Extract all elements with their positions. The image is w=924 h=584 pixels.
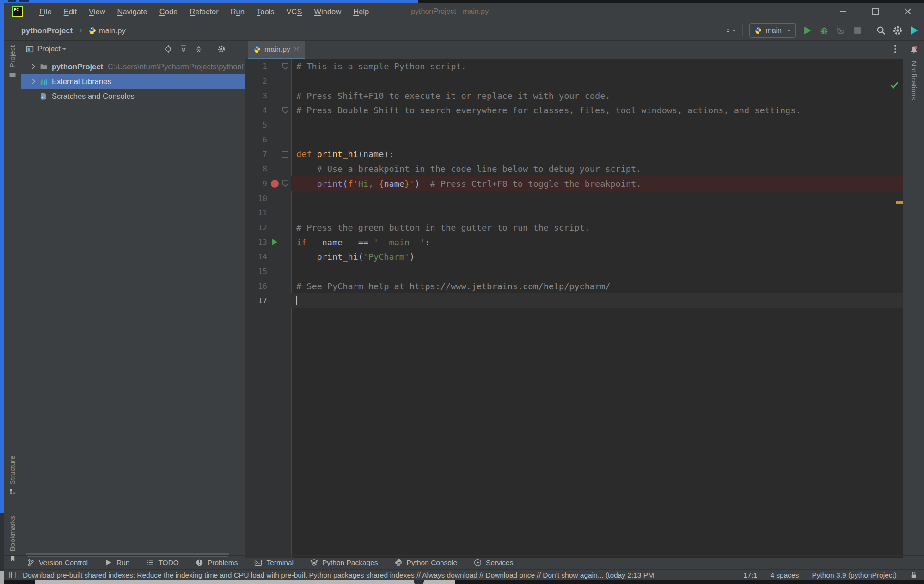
tab-main-py[interactable]: main.py <box>248 41 305 59</box>
line-number[interactable]: 6 <box>245 132 267 147</box>
toolwindow-button-todo[interactable]: TODO <box>146 559 179 567</box>
code-line-17[interactable]: 17 <box>245 293 903 308</box>
readonly-lock-icon[interactable] <box>910 571 918 579</box>
search-everywhere-icon[interactable] <box>876 25 886 36</box>
code-line-12[interactable]: 12# Press the green button in the gutter… <box>245 220 903 235</box>
menu-refactor[interactable]: Refactor <box>184 4 224 19</box>
hide-panel-icon[interactable] <box>233 45 240 53</box>
inspections-ok-icon[interactable] <box>890 80 899 90</box>
menu-run[interactable]: Run <box>225 4 251 19</box>
maximize-button[interactable] <box>859 3 892 20</box>
code-line-16[interactable]: 16# See PyCharm help at https://www.jetb… <box>245 279 903 293</box>
expand-all-icon[interactable] <box>179 45 188 53</box>
code-line-8[interactable]: 8 # Use a breakpoint in the code line be… <box>245 162 903 176</box>
collapse-all-icon[interactable] <box>195 45 203 53</box>
code-line-9[interactable]: 9 print(f'Hi, {name}') # Press Ctrl+F8 t… <box>245 176 903 191</box>
menu-edit[interactable]: Edit <box>58 4 83 19</box>
line-number[interactable]: 10 <box>245 191 267 206</box>
panel-options-gear-icon[interactable] <box>217 45 226 53</box>
menu-window[interactable]: Window <box>308 4 347 19</box>
menu-view[interactable]: View <box>83 4 111 19</box>
tree-item-external-libraries[interactable]: External Libraries <box>21 74 245 89</box>
menu-tools[interactable]: Tools <box>251 4 281 19</box>
tool-stripe-structure[interactable]: Structure <box>4 456 21 495</box>
toolwindow-button-version-control[interactable]: Version Control <box>27 559 88 567</box>
debug-button[interactable] <box>819 25 829 36</box>
chevron-right-icon[interactable] <box>30 78 37 85</box>
profile-avatar-icon[interactable] <box>726 25 736 36</box>
code-line-7[interactable]: 7def print_hi(name): <box>245 147 903 162</box>
code-line-2[interactable]: 2 <box>245 74 903 89</box>
toolwindow-button-python-console[interactable]: Python Console <box>395 559 457 567</box>
fold-marker-icon[interactable] <box>282 107 288 114</box>
run-coverage-button[interactable] <box>836 25 846 36</box>
run-line-icon[interactable] <box>272 239 277 245</box>
settings-gear-icon[interactable] <box>893 25 903 36</box>
code-line-3[interactable]: 3# Press Shift+F10 to execute it or repl… <box>245 88 903 103</box>
toolwindow-button-run[interactable]: Run <box>104 559 129 567</box>
stop-button[interactable] <box>852 25 863 36</box>
code-line-10[interactable]: 10 <box>245 191 903 206</box>
code-line-11[interactable]: 11 <box>245 206 903 220</box>
code-line-15[interactable]: 15 <box>245 264 903 279</box>
line-number[interactable]: 3 <box>245 88 267 103</box>
line-number[interactable]: 13 <box>245 235 267 249</box>
code-editor[interactable]: 1# This is a sample Python script.23# Pr… <box>245 59 903 558</box>
line-number[interactable]: 15 <box>245 264 267 279</box>
code-line-14[interactable]: 14 print_hi('PyCharm') <box>245 249 903 264</box>
interpreter-widget[interactable]: Python 3.9 (pythonProject) <box>812 571 897 579</box>
line-number[interactable]: 14 <box>245 249 267 264</box>
menu-help[interactable]: Help <box>347 4 375 19</box>
menu-navigate[interactable]: Navigate <box>111 4 153 19</box>
code-with-me-icon[interactable] <box>909 25 919 36</box>
toolwindow-button-services[interactable]: Services <box>474 559 513 567</box>
line-number[interactable]: 1 <box>245 59 267 74</box>
fold-marker-icon[interactable] <box>282 180 288 187</box>
error-stripe-mark[interactable] <box>896 201 903 204</box>
minimize-button[interactable] <box>827 3 859 20</box>
close-tab-icon[interactable] <box>294 47 299 52</box>
code-line-6[interactable]: 6 <box>245 132 903 147</box>
status-message[interactable]: Download pre-built shared indexes: Reduc… <box>23 571 654 579</box>
toolwindow-button-problems[interactable]: Problems <box>196 559 238 567</box>
line-number[interactable]: 17 <box>245 293 267 308</box>
menu-file[interactable]: File <box>33 4 58 19</box>
menu-vcs[interactable]: VCS <box>281 4 308 19</box>
fold-marker-icon[interactable] <box>282 63 288 70</box>
caret-position-widget[interactable]: 17:1 <box>743 571 757 579</box>
indent-widget[interactable]: 4 spaces <box>770 571 799 579</box>
line-number[interactable]: 16 <box>245 279 267 293</box>
line-number[interactable]: 4 <box>245 103 267 118</box>
line-number[interactable]: 9 <box>245 176 267 191</box>
toolwindow-button-python-packages[interactable]: Python Packages <box>310 559 378 567</box>
close-button[interactable] <box>892 3 924 20</box>
tree-item-scratches-and-consoles[interactable]: Scratches and Consoles <box>21 89 245 103</box>
fold-marker-icon[interactable] <box>282 151 288 158</box>
line-number[interactable]: 2 <box>245 74 267 89</box>
tool-stripe-project[interactable]: Project <box>4 45 21 79</box>
code-line-5[interactable]: 5 <box>245 118 903 133</box>
run-button[interactable] <box>802 25 813 36</box>
tool-window-switcher-icon[interactable] <box>8 571 16 579</box>
breadcrumb-file[interactable]: main.py <box>99 26 126 35</box>
breadcrumb-project[interactable]: pythonProject <box>21 26 73 35</box>
line-number[interactable]: 12 <box>245 220 267 235</box>
code-line-1[interactable]: 1# This is a sample Python script. <box>245 59 903 74</box>
project-panel-title[interactable]: Project <box>37 45 61 53</box>
run-configuration-select[interactable]: main <box>749 23 796 38</box>
line-number[interactable]: 7 <box>245 147 267 162</box>
menu-code[interactable]: Code <box>153 4 184 19</box>
line-number[interactable]: 5 <box>245 118 267 133</box>
line-number[interactable]: 11 <box>245 206 267 220</box>
notifications-stripe-label[interactable]: Notifications <box>910 61 918 100</box>
chevron-right-icon[interactable] <box>30 63 37 70</box>
select-opened-file-icon[interactable] <box>164 45 172 53</box>
line-number[interactable]: 8 <box>245 162 267 176</box>
code-line-4[interactable]: 4# Press Double Shift to search everywhe… <box>245 103 903 118</box>
code-line-13[interactable]: 13if __name__ == '__main__': <box>245 235 903 249</box>
tree-item-pythonproject[interactable]: pythonProjectC:\Users\nturn\PycharmProje… <box>21 59 245 74</box>
tab-options-kebab-icon[interactable] <box>894 45 896 53</box>
notifications-bell-icon[interactable] <box>909 45 918 55</box>
breakpoint-icon[interactable] <box>271 180 279 188</box>
chevron-down-icon[interactable] <box>62 48 66 50</box>
